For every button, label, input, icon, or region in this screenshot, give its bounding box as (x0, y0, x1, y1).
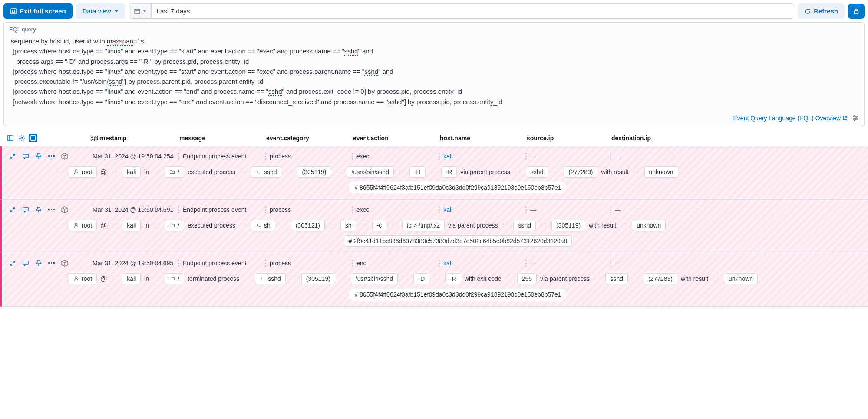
pill[interactable]: sshd (526, 166, 548, 178)
column-message[interactable]: message (176, 130, 263, 146)
cell-timestamp: Mar 31, 2024 @ 19:50:04.691 (89, 206, 178, 213)
gear-icon[interactable] (17, 134, 26, 142)
analyze-icon[interactable] (61, 152, 69, 160)
pill[interactable]: / (165, 273, 184, 284)
comment-icon[interactable] (22, 206, 30, 214)
host-link[interactable]: kali (443, 153, 452, 160)
hash-pill[interactable]: # 2f9e41d11bc836d6978380c57380d7d3d7e502… (344, 235, 572, 247)
calendar-button[interactable] (129, 4, 152, 18)
eql-overview-link[interactable]: Event Query Language (EQL) Overview (733, 115, 848, 122)
pill[interactable]: kali (122, 166, 141, 178)
hash-pill[interactable]: # 8655f4f4ff0624f3afb151ef09da0c3d3dd0f2… (350, 182, 566, 193)
user-icon (73, 222, 79, 228)
grip-icon: ⋮⋮ (239, 222, 247, 228)
pin-icon[interactable] (35, 259, 43, 267)
host-link[interactable]: kali (443, 260, 452, 267)
cell-category: process (265, 153, 352, 160)
hash-pill[interactable]: # 8655f4f4ff0624f3afb151ef09da0c3d3dd0f2… (350, 289, 566, 300)
column-timestamp[interactable]: @timestamp (87, 130, 176, 146)
comment-icon[interactable] (22, 259, 30, 267)
cell-action: end (352, 260, 439, 267)
cell-timestamp: Mar 31, 2024 @ 19:50:04.254 (89, 153, 178, 160)
pill-label: (305121) (296, 222, 320, 229)
expand-row-icon[interactable] (9, 259, 17, 267)
column-category[interactable]: event.category (263, 130, 350, 146)
pill-label: root (82, 168, 92, 175)
svg-rect-10 (51, 155, 52, 157)
top-toolbar: Exit full screen Data view Refresh (0, 0, 868, 22)
pill[interactable]: -c (372, 220, 387, 231)
pill-label: kali (127, 222, 136, 229)
pill[interactable]: -D (413, 273, 429, 284)
pill-label: root (82, 222, 92, 229)
pill[interactable]: unknown (644, 166, 678, 178)
cell-message: Endpoint process event (178, 206, 265, 213)
columns-icon[interactable] (6, 134, 15, 142)
more-icon[interactable] (48, 152, 56, 160)
pill-text: via parent process (540, 275, 590, 282)
column-destination[interactable]: destination.ip (608, 130, 868, 146)
pill[interactable]: kali (122, 273, 141, 284)
pill[interactable]: -R (441, 166, 457, 178)
expand-row-icon[interactable] (9, 206, 17, 214)
refresh-button[interactable]: Refresh (798, 3, 845, 19)
pill[interactable]: (277283) (564, 166, 597, 178)
data-view-button[interactable]: Data view (76, 3, 125, 19)
date-range-picker[interactable] (129, 3, 795, 19)
expand-icon[interactable] (29, 134, 37, 142)
comment-icon[interactable] (22, 152, 30, 160)
more-icon[interactable] (48, 206, 56, 214)
pill-text: @ (100, 222, 106, 229)
pill[interactable]: unknown (724, 273, 758, 284)
pill[interactable]: sh (251, 220, 275, 231)
host-link[interactable]: kali (443, 206, 452, 213)
pin-icon[interactable] (35, 206, 43, 214)
row-actions (4, 152, 89, 160)
pill[interactable]: (305121) (291, 220, 325, 231)
query-editor[interactable]: sequence by host.id, user.id with maxspa… (4, 34, 864, 112)
pill[interactable]: / (165, 166, 184, 178)
exit-fullscreen-button[interactable]: Exit full screen (3, 3, 73, 19)
pill[interactable]: -D (409, 166, 426, 178)
pill[interactable]: sshd (605, 273, 628, 284)
pill[interactable]: /usr/sbin/sshd (347, 166, 394, 178)
lock-button[interactable] (848, 4, 865, 19)
query-settings-button[interactable] (852, 115, 859, 122)
analyze-icon[interactable] (61, 259, 69, 267)
pill[interactable]: root (69, 220, 97, 231)
pill[interactable]: (305119) (551, 220, 585, 231)
expand-row-icon[interactable] (9, 152, 17, 160)
cell-category: process (265, 206, 352, 213)
grip-icon: ⋮⋮ (289, 276, 297, 281)
analyze-icon[interactable] (61, 206, 69, 214)
pill[interactable]: root (69, 166, 97, 178)
grip-icon: ⋮⋮ (279, 222, 287, 228)
column-host[interactable]: host.name (436, 130, 523, 146)
pill[interactable]: /usr/sbin/sshd (351, 273, 398, 284)
pill[interactable]: sshd (251, 166, 282, 178)
pill[interactable]: kali (122, 220, 141, 231)
pill[interactable]: (305119) (301, 273, 335, 284)
cell-message: Endpoint process event (178, 153, 265, 160)
pill[interactable]: root (69, 273, 97, 284)
pill[interactable]: / (165, 220, 184, 231)
pill-label: (305119) (306, 275, 330, 282)
grip-icon: ⋮⋮ (390, 222, 398, 228)
pill[interactable]: id > /tmp/.xz (402, 220, 445, 231)
pill[interactable]: (305119) (297, 166, 331, 178)
column-source[interactable]: source.ip (523, 130, 608, 146)
pill[interactable]: sshd (255, 273, 286, 284)
pin-icon[interactable] (35, 152, 43, 160)
pill[interactable]: (277283) (644, 273, 677, 284)
pill[interactable]: 255 (517, 273, 537, 284)
pill[interactable]: unknown (632, 220, 666, 231)
pill[interactable]: sshd (513, 220, 536, 231)
pill[interactable]: sh (340, 220, 356, 231)
pill[interactable]: -R (445, 273, 461, 284)
pill-text: executed process (188, 168, 235, 175)
pill-label: (277283) (568, 168, 593, 175)
date-range-input[interactable] (152, 4, 794, 18)
grip-icon: ⋮⋮ (335, 169, 343, 175)
more-icon[interactable] (48, 259, 56, 267)
column-action[interactable]: event.action (350, 130, 436, 146)
